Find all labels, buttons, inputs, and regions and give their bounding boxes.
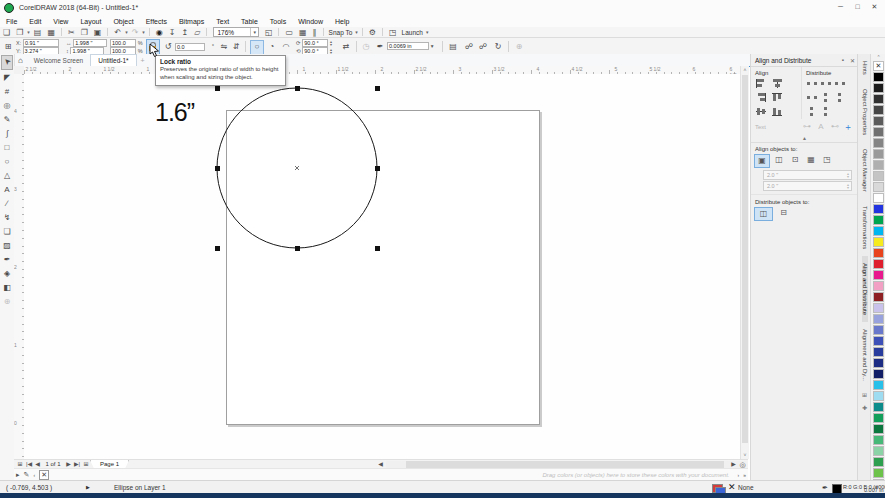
vertical-scrollbar[interactable]: ˄ ˅ bbox=[740, 66, 749, 459]
palette-expand-icon[interactable]: ▸ bbox=[14, 471, 22, 479]
add-docker-icon[interactable]: ✚ bbox=[862, 401, 867, 414]
color-swatch[interactable] bbox=[873, 402, 884, 412]
docker-tab-transformations[interactable]: Transformations bbox=[862, 199, 868, 256]
distribute-right-button[interactable] bbox=[833, 78, 845, 90]
palette-scroll-up-icon[interactable]: ⌃ bbox=[871, 54, 885, 60]
freehand-tool[interactable]: ✎ bbox=[1, 113, 13, 126]
no-color-swatch[interactable]: ✕ bbox=[39, 470, 49, 480]
menu-file[interactable]: File bbox=[0, 18, 23, 25]
color-swatch[interactable] bbox=[873, 226, 884, 236]
color-swatch[interactable] bbox=[873, 325, 884, 335]
arc-button[interactable]: ◠ bbox=[280, 40, 292, 53]
cut-button[interactable]: ✂ bbox=[65, 28, 78, 37]
menu-effects[interactable]: Effects bbox=[140, 18, 173, 25]
add-property-button[interactable]: ⊕ bbox=[513, 40, 525, 53]
text-align-first-line-button[interactable]: ⊶ bbox=[801, 121, 813, 133]
text-plus-button[interactable]: ＋ bbox=[843, 121, 853, 133]
tab-untitled-1[interactable]: Untitled-1* bbox=[90, 54, 136, 66]
start-angle-input[interactable]: 90.0 ° bbox=[302, 39, 328, 47]
maximize-button[interactable]: □ bbox=[849, 0, 866, 14]
copy-button[interactable]: ❐ bbox=[78, 28, 91, 37]
menu-object[interactable]: Object bbox=[107, 18, 139, 25]
snap-to-button[interactable]: Snap To bbox=[327, 29, 355, 36]
color-swatch[interactable] bbox=[873, 281, 884, 291]
print-button[interactable]: ▦ bbox=[44, 28, 58, 37]
new-document-button[interactable]: ❏ bbox=[0, 28, 13, 37]
menu-tools[interactable]: Tools bbox=[264, 18, 292, 25]
color-swatch[interactable] bbox=[873, 270, 884, 280]
no-color-swatch[interactable]: ✕ bbox=[873, 61, 884, 71]
options-gear-button[interactable]: ⚙ bbox=[366, 28, 379, 37]
start-angle[interactable]: ⟳ 90.0 ° ▴▾ bbox=[296, 39, 332, 47]
color-swatch[interactable] bbox=[873, 149, 884, 159]
show-grid-button[interactable]: ▦ bbox=[296, 28, 310, 37]
color-swatch[interactable] bbox=[873, 336, 884, 346]
align-to-page-edge-button[interactable]: ◫ bbox=[772, 154, 786, 166]
color-swatch[interactable] bbox=[873, 424, 884, 434]
color-swatch[interactable] bbox=[873, 303, 884, 313]
connector-tool[interactable]: ↯ bbox=[1, 211, 13, 224]
artistic-media-tool[interactable]: ∫ bbox=[1, 127, 13, 140]
object-width[interactable]: ↔ 1.998 " bbox=[66, 39, 107, 47]
launch-button[interactable]: Launch bbox=[400, 29, 425, 36]
full-screen-preview-button[interactable]: ◱ bbox=[262, 28, 276, 37]
rectangle-tool[interactable]: □ bbox=[1, 141, 13, 154]
color-eyedropper-tool[interactable]: ✒ bbox=[1, 253, 13, 266]
color-swatch[interactable] bbox=[873, 83, 884, 93]
color-swatch[interactable] bbox=[873, 127, 884, 137]
distribute-spacing-horizontally-button[interactable] bbox=[805, 92, 817, 104]
menu-layout[interactable]: Layout bbox=[74, 18, 107, 25]
color-swatch[interactable] bbox=[873, 292, 884, 302]
text-align-bounding-box-button[interactable]: ⊷ bbox=[829, 121, 841, 133]
align-top-button[interactable] bbox=[770, 92, 784, 104]
docker-tab-object-manager[interactable]: Object Manager bbox=[862, 142, 868, 199]
change-direction-button[interactable]: ⇄ bbox=[340, 40, 352, 53]
paste-button[interactable]: ▣ bbox=[91, 28, 105, 37]
scale-w-input[interactable]: 100.0 bbox=[110, 39, 136, 47]
scroll-up-icon[interactable]: ˄ bbox=[741, 66, 749, 74]
open-button[interactable]: ❐ bbox=[13, 28, 26, 37]
quick-customize-icon[interactable]: ⊞ bbox=[862, 388, 867, 401]
drawing-canvas[interactable]: 1.6” bbox=[24, 74, 740, 459]
docker-tab-alignment-and-dy-[interactable]: Alignment and Dy... bbox=[862, 322, 868, 388]
horizontal-scroll-thumb[interactable] bbox=[406, 461, 724, 468]
close-button[interactable]: ✕ bbox=[866, 0, 883, 14]
align-center-horizontally-button[interactable] bbox=[770, 78, 784, 90]
color-swatch[interactable] bbox=[873, 138, 884, 148]
chevron-down-icon[interactable]: ▾ bbox=[425, 29, 430, 35]
color-swatch[interactable] bbox=[873, 457, 884, 467]
color-swatch[interactable] bbox=[873, 358, 884, 368]
smart-fill-tool[interactable]: ◧ bbox=[1, 281, 13, 294]
color-swatch[interactable] bbox=[873, 435, 884, 445]
distribute-bottom-button[interactable] bbox=[805, 106, 817, 118]
text-align-baseline-button[interactable]: A bbox=[815, 121, 827, 133]
chevron-down-icon[interactable]: ▾ bbox=[431, 43, 434, 49]
transparency-tool[interactable]: ▨ bbox=[1, 239, 13, 252]
color-swatch[interactable] bbox=[873, 204, 884, 214]
vertical-scroll-thumb[interactable] bbox=[742, 75, 748, 443]
distribute-spacing-vertically-button[interactable] bbox=[819, 106, 831, 118]
ellipse-tool[interactable]: ○ bbox=[1, 155, 13, 168]
horizontal-scrollbar[interactable] bbox=[386, 461, 746, 468]
align-to-specified-point-button[interactable]: ◳ bbox=[820, 154, 834, 166]
x-input[interactable]: 0.91 " bbox=[23, 39, 59, 47]
menu-help[interactable]: Help bbox=[329, 18, 355, 25]
align-to-active-objects-button[interactable]: ▣ bbox=[754, 154, 770, 168]
color-swatch[interactable] bbox=[873, 182, 884, 192]
align-bottom-button[interactable] bbox=[770, 106, 784, 118]
distribute-top-button[interactable] bbox=[819, 92, 831, 104]
crop-tool[interactable]: # bbox=[1, 85, 13, 98]
zoom-level-select[interactable]: 176%▾ bbox=[213, 27, 259, 37]
menu-table[interactable]: Table bbox=[235, 18, 264, 25]
docker-tab-object-properties[interactable]: Object Properties bbox=[862, 82, 868, 142]
color-swatch[interactable] bbox=[873, 105, 884, 115]
outline-width-value[interactable]: 0.0069 in bbox=[387, 42, 429, 50]
redo-button[interactable]: ↷ bbox=[129, 28, 142, 37]
new-tab-button[interactable]: + bbox=[137, 57, 149, 64]
color-swatch[interactable] bbox=[873, 259, 884, 269]
chevron-down-icon[interactable]: ▾ bbox=[354, 29, 359, 35]
pick-tool[interactable]: ➤ bbox=[1, 55, 13, 70]
rotation-input[interactable]: 0.0 bbox=[175, 43, 205, 51]
shape-tool[interactable]: ◤ bbox=[1, 71, 13, 84]
ellipse-button[interactable]: ○ bbox=[250, 40, 264, 55]
